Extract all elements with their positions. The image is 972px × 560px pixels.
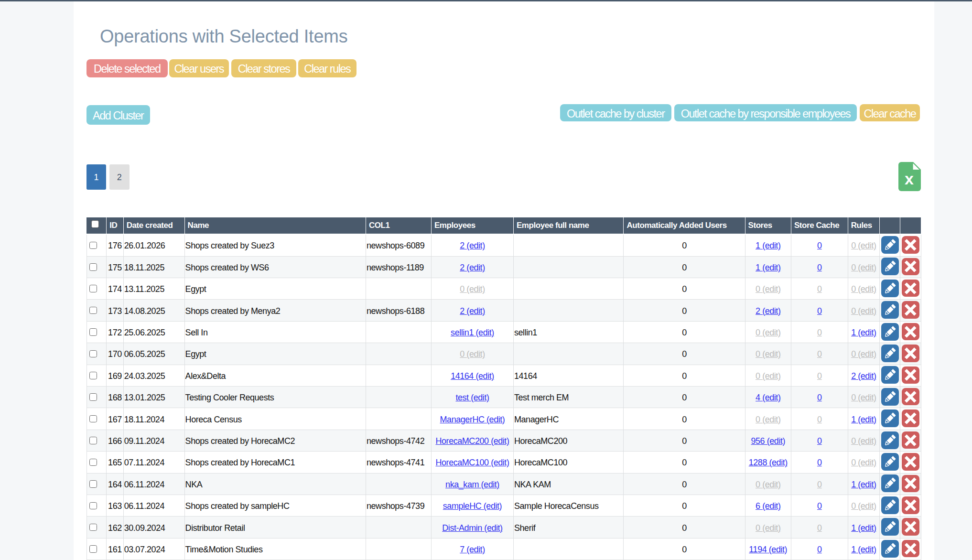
svg-text:x: x [905, 170, 914, 188]
